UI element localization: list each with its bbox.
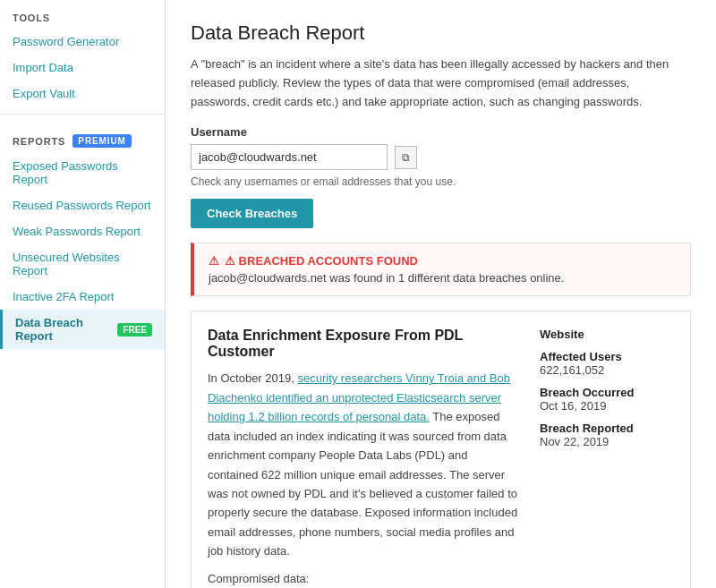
breach-alert: ⚠ ⚠ BREACHED ACCOUNTS FOUND jacob@cloudw… xyxy=(191,243,691,296)
reported-value: Nov 22, 2019 xyxy=(540,435,674,448)
username-label: Username xyxy=(191,125,691,139)
field-hint: Check any usernames or email addresses t… xyxy=(191,175,691,188)
sidebar-item-password-generator[interactable]: Password Generator xyxy=(0,29,165,55)
occurred-label: Breach Occurred xyxy=(540,386,674,399)
page-title: Data Breach Report xyxy=(191,21,691,45)
meta-affected: Affected Users 622,161,052 xyxy=(540,350,674,377)
reports-label: REPORTS xyxy=(13,136,65,147)
affected-value: 622,161,052 xyxy=(540,363,674,377)
breach-desc-part1: In October 2019, xyxy=(208,371,297,385)
username-input-row: ⧉ xyxy=(191,144,691,170)
sidebar: TOOLS Password Generator Import Data Exp… xyxy=(0,0,166,588)
breach-meta: Website Affected Users 622,161,052 Breac… xyxy=(540,328,674,588)
check-breaches-button[interactable]: Check Breaches xyxy=(191,199,313,228)
sidebar-item-unsecured-websites[interactable]: Unsecured Websites Report xyxy=(0,244,165,284)
free-badge: FREE xyxy=(117,323,152,337)
breach-card-inner: Data Enrichment Exposure From PDL Custom… xyxy=(208,328,674,588)
data-breach-label: Data Breach Report xyxy=(15,316,110,343)
meta-website: Website xyxy=(540,328,674,341)
username-input[interactable] xyxy=(191,144,388,170)
breach-info: Data Enrichment Exposure From PDL Custom… xyxy=(208,328,518,588)
occurred-value: Oct 16, 2019 xyxy=(540,399,674,413)
tools-section-header: TOOLS xyxy=(0,0,165,29)
breach-alert-title-text: ⚠ BREACHED ACCOUNTS FOUND xyxy=(225,254,418,268)
website-label: Website xyxy=(540,328,674,341)
meta-reported: Breach Reported Nov 22, 2019 xyxy=(540,422,674,448)
sidebar-item-inactive-2fa[interactable]: Inactive 2FA Report xyxy=(0,284,165,310)
page-description: A "breach" is an incident where a site's… xyxy=(191,55,691,111)
breach-card: Data Enrichment Exposure From PDL Custom… xyxy=(191,311,691,588)
breach-alert-body: jacob@cloudwards.net was found in 1 diff… xyxy=(209,271,676,285)
premium-badge: PREMIUM xyxy=(72,134,131,148)
reports-section-header: REPORTS PREMIUM xyxy=(0,122,165,153)
sidebar-item-export-vault[interactable]: Export Vault xyxy=(0,81,165,107)
breach-desc-part2: The exposed data included an index indic… xyxy=(208,410,517,558)
meta-occurred: Breach Occurred Oct 16, 2019 xyxy=(540,386,674,413)
affected-label: Affected Users xyxy=(540,350,674,363)
reported-label: Breach Reported xyxy=(540,422,674,435)
sidebar-item-exposed-passwords[interactable]: Exposed Passwords Report xyxy=(0,153,165,192)
sidebar-item-import-data[interactable]: Import Data xyxy=(0,55,165,81)
breach-title: Data Enrichment Exposure From PDL Custom… xyxy=(208,328,518,360)
breach-alert-title: ⚠ ⚠ BREACHED ACCOUNTS FOUND xyxy=(209,254,676,268)
compromised-label: Compromised data: xyxy=(208,572,518,585)
sidebar-divider xyxy=(0,114,165,115)
tools-label: TOOLS xyxy=(13,13,50,23)
warning-icon: ⚠ xyxy=(209,254,219,268)
copy-icon-button[interactable]: ⧉ xyxy=(395,146,417,169)
breach-description: In October 2019, security researchers Vi… xyxy=(208,369,518,560)
sidebar-item-reused-passwords[interactable]: Reused Passwords Report xyxy=(0,192,165,218)
main-content: Data Breach Report A "breach" is an inci… xyxy=(166,0,716,588)
sidebar-item-data-breach[interactable]: Data Breach Report FREE xyxy=(0,310,165,349)
sidebar-item-weak-passwords[interactable]: Weak Passwords Report xyxy=(0,218,165,244)
